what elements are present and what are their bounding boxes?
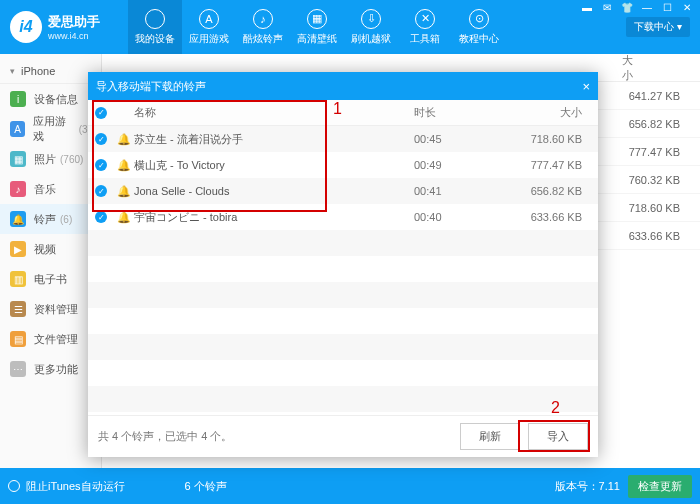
sidebar-item-8[interactable]: ▤文件管理 (0, 324, 101, 354)
sidebar-label: 照片 (34, 152, 56, 167)
table-row[interactable]: ✓🔔苏立生 - 流着泪说分手00:45718.60 KB (88, 126, 598, 152)
wc-minimize-icon[interactable]: — (638, 2, 656, 13)
dialog-footer: 共 4 个铃声，已选中 4 个。 刷新 导入 2 (88, 415, 598, 457)
sidebar-item-3[interactable]: ♪音乐 (0, 174, 101, 204)
sidebar-icon: ☰ (10, 301, 26, 317)
empty-row (88, 230, 598, 256)
row-duration: 00:40 (414, 211, 494, 223)
bell-icon: 🔔 (114, 211, 134, 224)
bell-icon: 🔔 (114, 185, 134, 198)
sidebar-icon: ♪ (10, 181, 26, 197)
sidebar-item-6[interactable]: ▥电子书 (0, 264, 101, 294)
empty-row (88, 256, 598, 282)
bg-size: 641.27 KB (629, 90, 680, 102)
empty-row (88, 334, 598, 360)
table-row[interactable]: ✓🔔Jona Selle - Clouds00:41656.82 KB (88, 178, 598, 204)
row-name: 横山克 - To Victory (134, 158, 414, 173)
nav-label: 酷炫铃声 (243, 32, 283, 46)
sidebar: iPhone i设备信息A应用游戏(3)▦照片(760)♪音乐🔔铃声(6)▶视频… (0, 54, 102, 468)
nav-icon: ▦ (307, 9, 327, 29)
wc-close-icon[interactable]: ✕ (678, 2, 696, 13)
sidebar-label: 文件管理 (34, 332, 78, 347)
wc-skin-icon[interactable]: 👕 (618, 2, 636, 13)
row-checkbox[interactable]: ✓ (95, 185, 107, 197)
bg-size: 633.66 KB (629, 230, 680, 242)
sidebar-icon: 🔔 (10, 211, 26, 227)
wc-maximize-icon[interactable]: ☐ (658, 2, 676, 13)
nav-label: 刷机越狱 (351, 32, 391, 46)
sidebar-icon: ▶ (10, 241, 26, 257)
sidebar-icon: ▦ (10, 151, 26, 167)
table-row[interactable]: ✓🔔横山克 - To Victory00:49777.47 KB (88, 152, 598, 178)
nav-label: 高清壁纸 (297, 32, 337, 46)
sidebar-label: 音乐 (34, 182, 56, 197)
sidebar-item-9[interactable]: ⋯更多功能 (0, 354, 101, 384)
bg-size: 760.32 KB (629, 174, 680, 186)
sidebar-label: 视频 (34, 242, 56, 257)
sidebar-label: 铃声 (34, 212, 56, 227)
itunes-toggle-label: 阻止iTunes自动运行 (26, 479, 125, 494)
nav-3[interactable]: ▦高清壁纸 (290, 0, 344, 54)
sidebar-item-1[interactable]: A应用游戏(3) (0, 114, 101, 144)
row-name: 宇宙コンビニ - tobira (134, 210, 414, 225)
statusbar: 阻止iTunes自动运行 6 个铃声 版本号：7.11 检查更新 (0, 468, 700, 504)
col-duration: 时长 (414, 105, 494, 120)
col-size: 大小 (494, 105, 598, 120)
sidebar-count: (760) (60, 154, 83, 165)
select-all-checkbox[interactable]: ✓ (95, 107, 107, 119)
annotation-label-2: 2 (551, 399, 560, 417)
nav-icon: A (199, 9, 219, 29)
row-duration: 00:45 (414, 133, 494, 145)
sidebar-item-7[interactable]: ☰资料管理 (0, 294, 101, 324)
empty-row (88, 308, 598, 334)
sidebar-item-0[interactable]: i设备信息 (0, 84, 101, 114)
nav-2[interactable]: ♪酷炫铃声 (236, 0, 290, 54)
download-center-button[interactable]: 下载中心 ▾ (626, 17, 690, 37)
sidebar-item-2[interactable]: ▦照片(760) (0, 144, 101, 174)
device-selector[interactable]: iPhone (0, 58, 101, 84)
sidebar-label: 资料管理 (34, 302, 78, 317)
nav-label: 我的设备 (135, 32, 175, 46)
nav-icon: ✕ (415, 9, 435, 29)
nav-6[interactable]: ⊙教程中心 (452, 0, 506, 54)
nav-1[interactable]: A应用游戏 (182, 0, 236, 54)
close-icon[interactable]: × (582, 79, 590, 94)
table-row[interactable]: ✓🔔宇宙コンビニ - tobira00:40633.66 KB (88, 204, 598, 230)
sidebar-label: 更多功能 (34, 362, 78, 377)
sidebar-item-5[interactable]: ▶视频 (0, 234, 101, 264)
nav-5[interactable]: ✕工具箱 (398, 0, 452, 54)
row-checkbox[interactable]: ✓ (95, 159, 107, 171)
nav-icon: ⊙ (469, 9, 489, 29)
row-checkbox[interactable]: ✓ (95, 211, 107, 223)
import-button[interactable]: 导入 (528, 423, 588, 450)
nav-0[interactable]: 我的设备 (128, 0, 182, 54)
wc-feedback-icon[interactable]: ✉ (598, 2, 616, 13)
sidebar-item-4[interactable]: 🔔铃声(6) (0, 204, 101, 234)
row-duration: 00:49 (414, 159, 494, 171)
row-checkbox[interactable]: ✓ (95, 133, 107, 145)
window-controls: ▬ ✉ 👕 — ☐ ✕ (578, 2, 696, 13)
wc-chat-icon[interactable]: ▬ (578, 2, 596, 13)
empty-row (88, 360, 598, 386)
dialog-header: 导入移动端下载的铃声 × (88, 72, 598, 100)
sidebar-label: 电子书 (34, 272, 67, 287)
top-nav: 我的设备A应用游戏♪酷炫铃声▦高清壁纸⇩刷机越狱✕工具箱⊙教程中心 (128, 0, 626, 54)
nav-label: 应用游戏 (189, 32, 229, 46)
dialog-table: ✓ 名称 时长 大小 ✓🔔苏立生 - 流着泪说分手00:45718.60 KB✓… (88, 100, 598, 415)
nav-icon (145, 9, 165, 29)
annotation-label-1: 1 (333, 100, 342, 118)
sidebar-count: (6) (60, 214, 72, 225)
nav-4[interactable]: ⇩刷机越狱 (344, 0, 398, 54)
refresh-button[interactable]: 刷新 (460, 423, 520, 450)
row-size: 656.82 KB (494, 185, 598, 197)
itunes-toggle-icon[interactable] (8, 480, 20, 492)
sidebar-label: 设备信息 (34, 92, 78, 107)
row-name: 苏立生 - 流着泪说分手 (134, 132, 414, 147)
bg-size: 777.47 KB (629, 146, 680, 158)
bell-icon: 🔔 (114, 133, 134, 146)
empty-row (88, 386, 598, 412)
brand-title: 爱思助手 (48, 13, 100, 31)
empty-row (88, 282, 598, 308)
check-update-button[interactable]: 检查更新 (628, 475, 692, 498)
nav-icon: ⇩ (361, 9, 381, 29)
